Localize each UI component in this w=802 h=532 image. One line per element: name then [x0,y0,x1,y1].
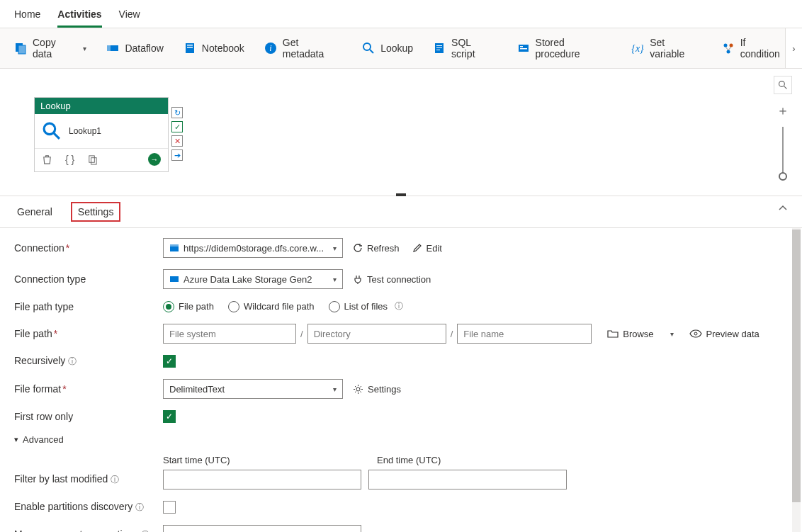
test-connection-button[interactable]: Test connection [350,273,434,286]
ribbon-dataflow[interactable]: Dataflow [102,39,167,57]
ribbon-lookup[interactable]: Lookup [358,39,417,57]
info-icon[interactable]: ⓘ [395,300,403,312]
skip-handle[interactable]: ➔ [171,149,183,161]
edit-button[interactable]: Edit [410,242,445,255]
stored-procedure-icon [517,42,530,55]
browse-dropdown[interactable]: ▾ [664,326,679,341]
start-time-input[interactable] [163,470,361,489]
end-time-input[interactable] [368,470,567,489]
browse-button[interactable]: Browse [604,327,656,341]
advanced-label: Advanced [23,434,64,445]
activity-side-handles: ↻ ✓ ✕ ➔ [171,107,183,161]
ribbon-label: Get metadata [283,37,342,60]
ribbon-notebook[interactable]: Notebook [179,39,249,57]
plug-icon [353,274,363,284]
edit-label: Edit [427,243,442,254]
radio-list-of-files[interactable]: List of filesⓘ [329,300,403,312]
trash-icon[interactable] [42,154,52,165]
connection-type-value: Azure Data Lake Storage Gen2 [183,274,312,285]
activities-ribbon: Copy data ▾ Dataflow Notebook i Get meta… [0,28,802,69]
label-connection-type: Connection type [14,273,156,285]
connection-type-select[interactable]: Azure Data Lake Storage Gen2 ▾ [163,269,343,289]
ribbon-sql-script[interactable]: SQL script [429,34,501,62]
error-handle[interactable]: ✕ [171,135,183,147]
success-output-icon[interactable]: → [148,153,161,166]
first-row-only-checkbox[interactable]: ✓ [163,410,176,423]
svg-line-10 [370,50,373,53]
pipeline-canvas[interactable]: Lookup Lookup1 { } → ↻ ✓ ✕ ➔ ＋ [0,69,802,196]
svg-rect-25 [91,157,97,164]
ribbon-copy-data[interactable]: Copy data ▾ [10,34,91,62]
sql-icon [433,42,446,55]
format-settings-label: Settings [368,384,401,395]
info-icon[interactable]: ⓘ [68,356,77,366]
collapse-panel-button[interactable] [778,203,788,213]
canvas-search-button[interactable] [774,76,792,94]
zoom-thumb[interactable] [779,172,787,181]
info-icon[interactable]: ⓘ [111,475,119,485]
svg-rect-17 [520,48,527,50]
chevron-right-icon: › [792,43,795,54]
svg-rect-6 [187,47,193,48]
ribbon-scroll-right[interactable]: › [785,28,802,68]
ribbon-label: Lookup [380,43,413,54]
variable-icon: {x} [631,42,644,55]
chevron-down-icon: ▾ [333,385,337,393]
deactivate-handle[interactable]: ↻ [171,107,183,118]
canvas-zoom-in-button[interactable]: ＋ [774,101,792,120]
connection-select[interactable]: https://didem0storage.dfs.core.w... ▾ [163,238,343,258]
refresh-button[interactable]: Refresh [350,242,402,255]
ribbon-label: Set variable [650,37,702,60]
code-braces-icon[interactable]: { } [65,154,74,165]
datastore-icon [169,243,179,253]
tab-general[interactable]: General [14,202,55,222]
pencil-icon [412,243,422,253]
search-icon [42,121,62,141]
max-concurrent-connections-input[interactable] [163,525,361,532]
partitions-discovery-checkbox[interactable]: ✓ [163,501,176,514]
radio-file-path[interactable]: File path [163,301,214,312]
copy-icon[interactable] [87,154,98,165]
activity-node-lookup[interactable]: Lookup Lookup1 { } → [34,97,169,172]
tab-view[interactable]: View [119,6,140,28]
svg-point-9 [363,43,371,50]
label-max-concurrent-connections: Max concurrent connectionsⓘ [14,528,156,532]
svg-point-26 [779,81,785,87]
svg-rect-1 [18,45,26,54]
format-settings-button[interactable]: Settings [350,383,404,396]
zoom-slider[interactable] [782,127,784,176]
test-connection-label: Test connection [367,274,431,285]
settings-pane: Connection* https://didem0storage.dfs.co… [0,228,802,532]
label-enable-partitions-discovery: Enable partitions discoveryⓘ [14,501,156,514]
radio-wildcard[interactable]: Wildcard file path [228,301,315,312]
gear-icon [353,384,363,395]
file-path-type-radios: File path Wildcard file path List of fil… [163,300,403,312]
tab-home[interactable]: Home [14,6,40,28]
ribbon-label: Notebook [202,43,244,54]
ribbon-set-variable[interactable]: {x} Set variable [627,34,706,62]
radio-icon [163,301,174,312]
file-name-input[interactable] [457,324,592,344]
svg-point-31 [694,332,697,335]
svg-rect-30 [170,276,179,282]
ribbon-if-condition[interactable]: If condition [718,34,792,62]
path-separator: / [300,329,303,339]
validation-handle[interactable]: ✓ [171,121,183,132]
file-format-select[interactable]: DelimitedText ▾ [163,379,343,399]
tab-activities[interactable]: Activities [57,6,101,28]
advanced-toggle[interactable]: ▾ Advanced [14,434,156,445]
info-icon[interactable]: ⓘ [135,502,144,512]
preview-data-button[interactable]: Preview data [687,327,762,341]
file-system-input[interactable] [163,324,296,344]
ribbon-stored-procedure[interactable]: Stored procedure [513,34,616,62]
canvas-controls: ＋ [774,76,792,176]
svg-rect-14 [436,50,440,50]
vertical-scrollbar-thumb[interactable] [792,230,801,502]
ribbon-label: Stored procedure [536,37,612,60]
recursively-checkbox[interactable]: ✓ [163,355,176,368]
tab-settings[interactable]: Settings [71,202,121,222]
svg-text:{x}: {x} [631,43,644,54]
directory-input[interactable] [307,324,446,344]
ribbon-label: SQL script [451,37,497,60]
ribbon-get-metadata[interactable]: i Get metadata [260,34,346,62]
